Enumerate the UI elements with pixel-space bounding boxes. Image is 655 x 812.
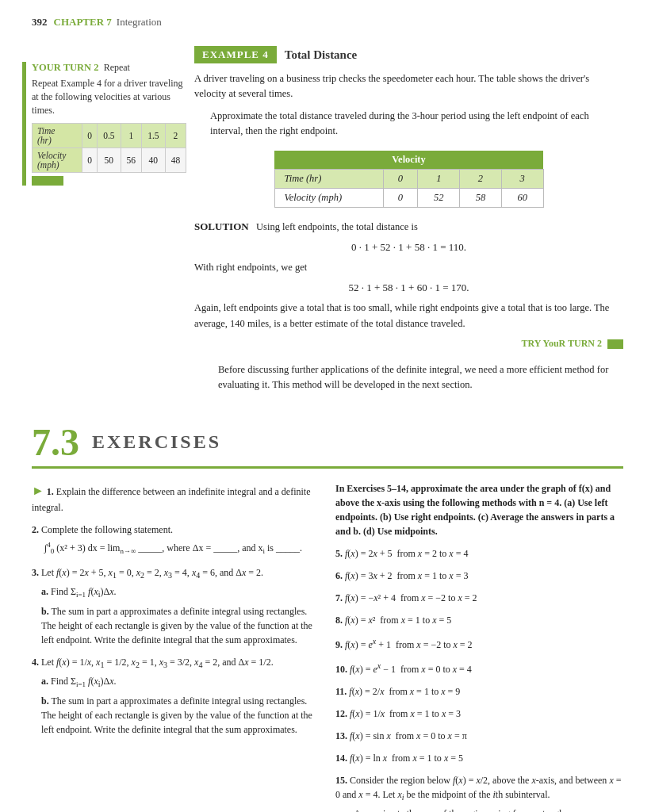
example-header: EXAMPLE 4 Total Distance [194, 46, 623, 63]
exercise-3: 3. Let f(x) = 2x + 5, x1 = 0, x2 = 2, x3… [32, 565, 320, 647]
integral-lower: 0 [51, 547, 55, 555]
ex-num-9: 9. [335, 639, 343, 650]
velocity-time-2: 2 [460, 169, 502, 188]
small-table-vel-48: 48 [165, 148, 186, 173]
your-turn-accent [22, 62, 26, 186]
velocity-mph-52: 52 [418, 188, 460, 207]
left-column: YOUR TURN 2 Repeat Repeat Example 4 for … [32, 46, 186, 400]
limit-sub: n→∞ [120, 547, 136, 555]
velocity-table-container: Velocity Time (hr) 0 1 2 3 Velocity (mph… [274, 151, 544, 208]
velocity-time-3: 3 [501, 169, 543, 188]
ex-3b-letter: b. [41, 606, 49, 617]
chapter-title: Integration [117, 16, 162, 29]
ex-text-9: f(x) = ex + 1 from x = −2 to x = 2 [345, 639, 473, 650]
ex-4b-letter: b. [41, 695, 49, 707]
section-header: 7.3 EXERCISES [32, 423, 623, 469]
solution-label: SOLUTION [194, 220, 249, 232]
exercise-15: 15. Consider the region below f(x) = x/2… [335, 773, 623, 812]
exercise-1: ► 1. Explain the difference between an i… [32, 481, 320, 515]
xi-sub: i [262, 547, 265, 555]
exercises-left: ► 1. Explain the difference between an i… [32, 481, 320, 812]
solution-text2: With right endpoints, we get [194, 260, 623, 275]
sigma-4a: Σ [71, 676, 76, 687]
ex-num-3: 3. [32, 567, 39, 578]
exercise-13: 13. f(x) = sin x from x = 0 to x = π [335, 729, 623, 743]
ex-text-5: f(x) = 2x + 5 from x = 2 to x = 4 [345, 548, 468, 559]
small-table-vel-40: 40 [141, 148, 165, 173]
ex-4a-func: f [88, 676, 90, 687]
ex-num-4: 4. [32, 657, 39, 668]
ex-num-15: 15. [335, 775, 347, 786]
chapter-label: CHAPTER 7 [54, 16, 112, 29]
velocity-time-1: 1 [418, 169, 460, 188]
small-table-time-05: 0.5 [97, 124, 121, 148]
try-your-turn: TRY YouR TURN 2 [194, 338, 623, 350]
velocity-time-0: 0 [383, 169, 418, 188]
ex-text-15: Consider the region below f(x) = x/2, ab… [335, 775, 621, 800]
example-intro: A driver traveling on a business trip ch… [194, 71, 623, 102]
small-table-vel-0: 0 [82, 148, 98, 173]
arrow-icon-1: ► [32, 484, 44, 497]
small-table-time-1: 1 [121, 124, 141, 148]
exercise-2: 2. Complete the following statement. ∫40… [32, 523, 320, 557]
ex-num-8: 8. [335, 615, 343, 626]
ex-num-5: 5. [335, 548, 343, 559]
exercise-7: 7. f(x) = −x² + 4 from x = −2 to x = 2 [335, 591, 623, 605]
exercise-4b: b. The sum in part a approximates a defi… [41, 694, 320, 737]
exercises-container: ► 1. Explain the difference between an i… [32, 481, 623, 812]
example-title: Total Distance [285, 48, 358, 62]
exercise-15-subs: a. Approximate the area of the region us… [345, 806, 623, 812]
small-table-vel-56: 56 [121, 148, 141, 173]
page-number: 392 [32, 16, 48, 29]
ex-text-3: Let f(x) = 2x + 5, x1 = 0, x2 = 2, x3 = … [41, 567, 263, 578]
example-badge: EXAMPLE 4 [194, 46, 277, 63]
velocity-table: Velocity Time (hr) 0 1 2 3 Velocity (mph… [274, 151, 544, 208]
exercise-6: 6. f(x) = 3x + 2 from x = 1 to x = 3 [335, 569, 623, 583]
exercise-5: 5. f(x) = 2x + 5 from x = 2 to x = 4 [335, 546, 623, 561]
small-table-time-0: 0 [82, 124, 98, 148]
ex-4a-letter: a. [41, 676, 48, 687]
velocity-time-header: Time (hr) [274, 169, 383, 188]
ex-text-10: f(x) = ex − 1 from x = 0 to x = 4 [350, 664, 472, 675]
exercise-12: 12. f(x) = 1/x from x = 1 to x = 3 [335, 707, 623, 721]
section-number: 7.3 [32, 423, 79, 462]
your-turn-text: Repeat Example 4 for a driver traveling … [32, 77, 186, 117]
integral-is: is _____. [267, 542, 302, 553]
ex-num-13: 13. [335, 730, 347, 741]
exercise-8: 8. f(x) = x² from x = 1 to x = 5 [335, 613, 623, 627]
ex-text-12: f(x) = 1/x from x = 1 to x = 3 [350, 708, 461, 719]
velocity-table-title: Velocity [274, 151, 543, 170]
section-title: EXERCISES [92, 431, 221, 453]
exercise-3a: a. Find Σi=1 f(xi)Δx. [41, 584, 320, 601]
exercise-9: 9. f(x) = ex + 1 from x = −2 to x = 2 [335, 635, 623, 652]
exercises-right: In Exercises 5–14, approximate the area … [335, 481, 623, 812]
your-turn-header: YOUR TURN 2 Repeat [32, 62, 186, 74]
your-turn-subheader-label: Repeat [102, 62, 130, 73]
velocity-mph-60: 60 [501, 188, 543, 207]
ex-text-7: f(x) = −x² + 4 from x = −2 to x = 2 [345, 592, 477, 603]
exercise-3-subs: a. Find Σi=1 f(xi)Δx. b. The sum in part… [41, 584, 320, 647]
solution-text3: Again, left endpoints give a total that … [194, 301, 623, 331]
ex-text-13: f(x) = sin x from x = 0 to x = π [350, 730, 467, 741]
ex-num-2: 2. [32, 524, 39, 535]
small-table-header-velocity: Velocity(mph) [33, 148, 82, 173]
ex-text-2: Complete the following statement. [41, 524, 173, 535]
ex-text-14: f(x) = ln x from x = 1 to x = 5 [350, 753, 463, 764]
small-table-time-2: 2 [165, 124, 186, 148]
ex-num-1: 1. [47, 486, 54, 497]
exercise-14: 14. f(x) = ln x from x = 1 to x = 5 [335, 751, 623, 765]
exercise-2-integral: ∫40 (x² + 3) dx = limn→∞ _____, where Δx… [32, 540, 320, 557]
velocity-mph-0: 0 [383, 188, 418, 207]
ex-text-11: f(x) = 2/x from x = 1 to x = 9 [349, 686, 460, 697]
equation-2: 52 · 1 + 58 · 1 + 60 · 1 = 170. [194, 282, 623, 294]
sigma-3a-sub: i=1 [76, 591, 86, 599]
exercise-10: 10. f(x) = ex − 1 from x = 0 to x = 4 [335, 660, 623, 676]
velocity-mph-58: 58 [460, 188, 502, 207]
sigma-3a: Σ [71, 586, 76, 597]
ex-text-8: f(x) = x² from x = 1 to x = 5 [345, 615, 451, 626]
exercises-right-intro: In Exercises 5–14, approximate the area … [335, 481, 623, 538]
before-exercises: Before discussing further applications o… [194, 362, 623, 393]
green-bar-decoration [32, 176, 63, 186]
ex-text-4: Let f(x) = 1/x, x1 = 1/2, x2 = 1, x3 = 3… [41, 657, 274, 668]
ex-num-11: 11. [335, 686, 347, 697]
